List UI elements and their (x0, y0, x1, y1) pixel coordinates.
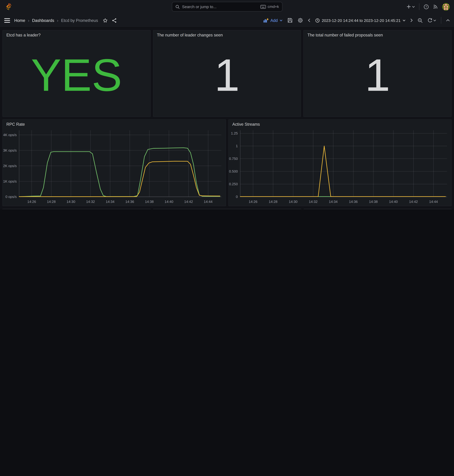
add-button[interactable]: Add (263, 18, 282, 23)
svg-text:14:34: 14:34 (329, 200, 338, 204)
svg-text:14:30: 14:30 (67, 200, 75, 204)
news-rss-icon[interactable] (433, 4, 438, 9)
panel-title[interactable]: The total number of failed proposals see… (304, 30, 451, 38)
time-shift-back-icon[interactable] (308, 19, 310, 22)
search-input[interactable]: Search or jump to... cmd+k (172, 2, 282, 12)
svg-text:14:40: 14:40 (389, 200, 398, 204)
dashboard-settings-gear-icon[interactable] (297, 18, 303, 23)
svg-text:?: ? (425, 5, 427, 8)
svg-text:3K ops/s: 3K ops/s (3, 148, 17, 152)
add-panel-icon (263, 18, 269, 23)
svg-text:14:30: 14:30 (289, 200, 297, 204)
svg-text:0.250: 0.250 (229, 182, 238, 186)
panel-title[interactable]: The number of leader changes seen (153, 30, 301, 38)
panel-db-size: DB Size 1 B0.500 B0 B-0.500 B-1 B14:2514… (2, 209, 151, 209)
panel-active-streams: Active Streams 00.2500.5000.75011.2514:2… (228, 119, 452, 206)
dashboard-canvas: Etcd has a leader? YES The number of lea… (0, 28, 454, 209)
panel-title[interactable]: Active Streams (229, 120, 451, 128)
svg-text:0.500: 0.500 (229, 169, 238, 173)
svg-text:14:26: 14:26 (249, 200, 257, 204)
stat-value: 1 (304, 39, 451, 117)
svg-text:0.750: 0.750 (229, 157, 238, 161)
svg-text:14:34: 14:34 (106, 200, 114, 204)
divider (419, 3, 419, 10)
add-label: Add (271, 18, 278, 23)
collapse-topbar-icon[interactable] (446, 19, 450, 22)
time-range-label: 2023-12-20 14:24:44 to 2023-12-20 14:45:… (322, 18, 401, 23)
panel-memory: Memory 1 B0.500 B0 B-0.500 B-1 B14:2514:… (304, 209, 452, 209)
chevron-down-icon (412, 6, 415, 8)
breadcrumb-dashboards[interactable]: Dashboards (32, 18, 54, 23)
avatar[interactable] (442, 3, 450, 11)
svg-text:14:42: 14:42 (184, 200, 193, 204)
panel-title[interactable]: Etcd has a leader? (3, 30, 150, 38)
svg-text:1K ops/s: 1K ops/s (3, 179, 17, 183)
clock-icon (315, 18, 320, 23)
search-placeholder: Search or jump to... (182, 4, 258, 9)
refresh-button[interactable] (428, 18, 436, 23)
svg-text:14:32: 14:32 (86, 200, 95, 204)
breadcrumb: Home › Dashboards › Etcd by Prometheus (14, 18, 117, 23)
search-icon (175, 4, 180, 9)
panel-disk-sync-duration: Disk Sync Duration 0 s50 ms100 ms150 ms1… (153, 209, 301, 209)
svg-text:1.25: 1.25 (231, 131, 238, 135)
help-icon[interactable]: ? (424, 4, 429, 9)
divider (441, 17, 441, 24)
svg-text:14:28: 14:28 (269, 200, 277, 204)
breadcrumb-home[interactable]: Home (14, 18, 25, 23)
stat-value: 1 (153, 39, 301, 117)
panel-title[interactable]: Disk Sync Duration (153, 209, 301, 209)
zoom-out-time-icon[interactable] (417, 18, 423, 23)
breadcrumb-separator: › (28, 18, 29, 23)
svg-text:14:42: 14:42 (409, 200, 418, 204)
chevron-down-icon (280, 19, 282, 21)
svg-text:14:44: 14:44 (429, 200, 438, 204)
chevron-down-icon (403, 19, 405, 21)
shortcut-label: cmd+k (268, 5, 279, 9)
panel-title[interactable]: DB Size (3, 209, 150, 209)
svg-text:14:44: 14:44 (204, 200, 212, 204)
svg-text:14:38: 14:38 (369, 200, 378, 204)
grafana-logo-icon[interactable] (5, 3, 13, 11)
panel-title[interactable]: RPC Rate (3, 120, 226, 128)
svg-text:1: 1 (236, 144, 238, 148)
panel-etcd-has-leader: Etcd has a leader? YES (2, 30, 151, 117)
svg-text:14:28: 14:28 (47, 200, 56, 204)
panel-rpc-rate: RPC Rate 0 ops/s1K ops/s2K ops/s3K ops/s… (2, 119, 226, 206)
dashboard-toolbar: Home › Dashboards › Etcd by Prometheus A… (0, 13, 454, 28)
keyboard-icon (260, 5, 266, 9)
svg-text:14:36: 14:36 (349, 200, 358, 204)
stat-value: YES (3, 39, 150, 117)
svg-text:14:38: 14:38 (145, 200, 154, 204)
panel-title[interactable]: Memory (304, 209, 451, 209)
chevron-down-icon (433, 19, 436, 21)
new-button[interactable] (406, 4, 415, 9)
breadcrumb-separator: › (57, 18, 58, 23)
breadcrumb-current: Etcd by Prometheus (61, 18, 98, 23)
grafana-app: Search or jump to... cmd+k ? (0, 0, 454, 209)
svg-text:4K ops/s: 4K ops/s (3, 133, 17, 137)
menu-hamburger-icon[interactable] (4, 18, 10, 23)
svg-text:14:36: 14:36 (125, 200, 134, 204)
chart-rpc-rate: 0 ops/s1K ops/s2K ops/s3K ops/s4K ops/s1… (3, 128, 226, 206)
panel-leader-changes: The number of leader changes seen 1 (153, 30, 301, 117)
shortcut-hint: cmd+k (260, 5, 279, 9)
chart-active-streams: 00.2500.5000.75011.2514:2614:2814:3014:3… (229, 128, 451, 206)
star-icon[interactable] (103, 18, 108, 23)
panel-failed-proposals: The total number of failed proposals see… (303, 30, 452, 117)
svg-text:14:40: 14:40 (165, 200, 173, 204)
svg-text:14:32: 14:32 (309, 200, 318, 204)
svg-text:0: 0 (236, 195, 238, 199)
save-dashboard-button[interactable] (287, 18, 293, 23)
time-shift-forward-icon[interactable] (410, 19, 413, 22)
svg-text:2K ops/s: 2K ops/s (3, 164, 17, 168)
svg-text:14:26: 14:26 (27, 200, 36, 204)
time-range-picker[interactable]: 2023-12-20 14:24:44 to 2023-12-20 14:45:… (315, 18, 405, 23)
share-icon[interactable] (112, 18, 117, 23)
svg-text:0 ops/s: 0 ops/s (6, 195, 17, 199)
top-bar: Search or jump to... cmd+k ? (0, 0, 454, 13)
